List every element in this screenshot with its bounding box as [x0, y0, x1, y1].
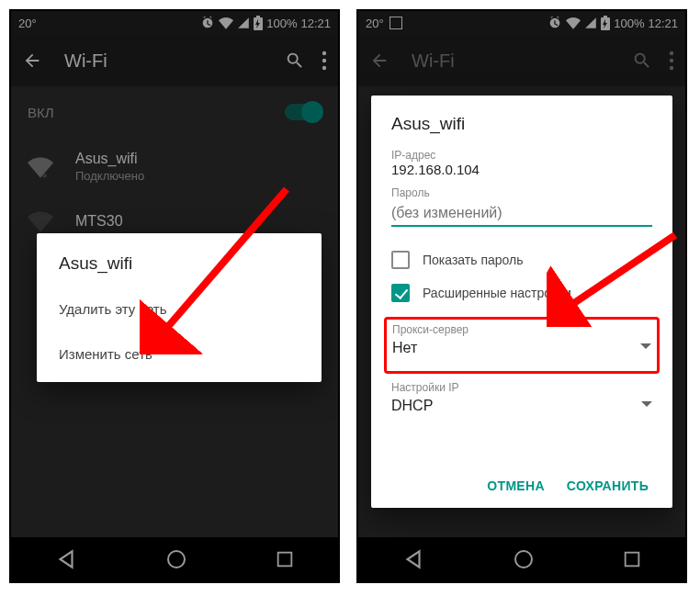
annotation-arrow — [140, 180, 296, 354]
chevron-down-icon — [641, 401, 652, 409]
annotation-arrow — [547, 226, 684, 327]
ip-settings-dropdown[interactable]: Настройки IP DHCP — [391, 381, 652, 423]
password-input[interactable] — [391, 199, 652, 227]
phone-left: 20° 100% 12:21 Wi-Fi ВКЛ Asus_wifi Подкл… — [9, 9, 340, 583]
ip-settings-label: Настройки IP — [391, 381, 652, 394]
phone-right: 20° 100% 12:21 Wi-Fi Asus_wifi IP-адрес … — [356, 9, 687, 583]
proxy-value: Нет — [392, 340, 417, 356]
show-password-label: Показать пароль — [423, 253, 524, 267]
cancel-button[interactable]: ОТМЕНА — [487, 478, 544, 493]
password-label: Пароль — [391, 186, 652, 199]
ip-address-label: IP-адрес — [391, 149, 652, 162]
chevron-down-icon — [640, 343, 651, 351]
dialog-title: Asus_wifi — [391, 114, 652, 134]
checkbox-checked-icon — [391, 284, 410, 302]
save-button[interactable]: СОХРАНИТЬ — [567, 478, 649, 493]
dialog-actions: ОТМЕНА СОХРАНИТЬ — [391, 469, 652, 499]
ip-settings-value: DHCP — [391, 398, 433, 414]
checkbox-icon — [391, 251, 410, 269]
ip-address-value: 192.168.0.104 — [391, 162, 652, 177]
